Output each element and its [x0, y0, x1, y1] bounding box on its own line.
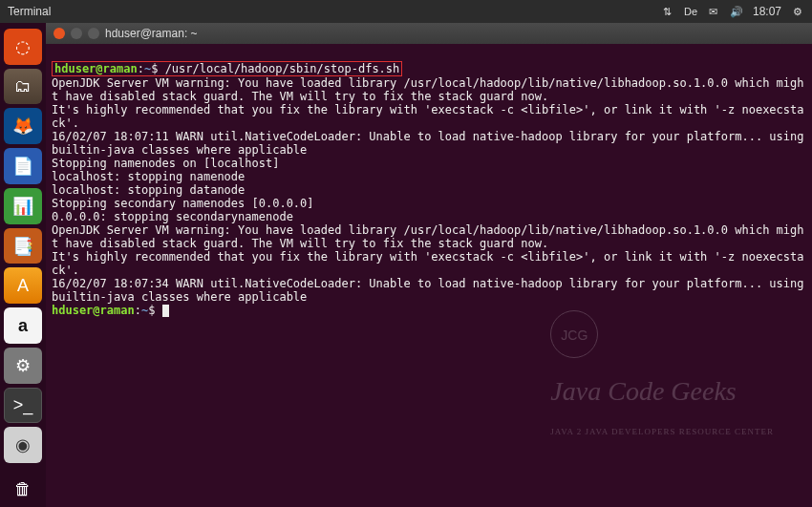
sound-icon[interactable]: 🔊	[730, 5, 743, 18]
output-line: localhost: stopping datanode	[52, 183, 245, 197]
keyboard-layout-indicator[interactable]: De	[684, 5, 697, 18]
output-line: localhost: stopping namenode	[52, 170, 245, 183]
command-highlight: hduser@raman:~$ /usr/local/hadoop/sbin/s…	[52, 61, 402, 76]
prompt-separator: :	[138, 62, 144, 75]
messaging-icon[interactable]: ✉	[707, 5, 720, 18]
watermark-badge: JCG	[550, 310, 598, 358]
prompt-separator: :	[135, 304, 141, 317]
prompt-user-host: hduser@raman	[52, 304, 135, 317]
disk-icon[interactable]: ◉	[4, 427, 42, 463]
output-line: Stopping namenodes on [localhost]	[52, 157, 279, 170]
watermark-tagline: JAVA 2 JAVA DEVELOPERS RESOURCE CENTER	[550, 425, 774, 438]
unity-launcher: ◌ 🗂 🦊 📄 📊 📑 A a ⚙ >_ ◉ 🗑	[0, 23, 46, 507]
settings-icon[interactable]: ⚙	[4, 348, 42, 384]
output-line: Stopping secondary namenodes [0.0.0.0]	[52, 197, 314, 210]
typed-command: /usr/local/hadoop/sbin/stop-dfs.sh	[165, 62, 400, 75]
top-panel: Terminal ⇅ De ✉ 🔊 18:07 ⚙	[0, 0, 812, 23]
window-title: hduser@raman: ~	[105, 27, 198, 40]
session-icon[interactable]: ⚙	[791, 5, 804, 18]
cursor	[162, 305, 169, 317]
watermark-brand: Java Code Geeks	[550, 385, 774, 398]
calc-icon[interactable]: 📊	[4, 188, 42, 224]
terminal-body[interactable]: hduser@raman:~$ /usr/local/hadoop/sbin/s…	[46, 44, 812, 507]
output-line: 16/02/07 18:07:11 WARN util.NativeCodeLo…	[52, 130, 811, 157]
output-line: It's highly recommended that you fix the…	[52, 250, 803, 277]
window-titlebar[interactable]: hduser@raman: ~	[46, 23, 812, 44]
network-icon[interactable]: ⇅	[661, 5, 674, 18]
output-line: OpenJDK Server VM warning: You have load…	[52, 76, 803, 103]
output-line: 0.0.0.0: stopping secondarynamenode	[52, 210, 293, 223]
maximize-icon[interactable]	[88, 28, 99, 39]
impress-icon[interactable]: 📑	[4, 228, 42, 264]
clock[interactable]: 18:07	[753, 5, 781, 18]
amazon-icon[interactable]: a	[4, 307, 42, 344]
prompt-dollar: $	[151, 62, 158, 75]
terminal-icon[interactable]: >_	[4, 388, 42, 424]
dash-icon[interactable]: ◌	[4, 29, 42, 65]
files-icon[interactable]: 🗂	[4, 69, 42, 105]
trash-icon[interactable]: 🗑	[4, 471, 42, 507]
output-line: It's highly recommended that you fix the…	[52, 103, 803, 130]
close-icon[interactable]	[53, 28, 65, 39]
active-app-label: Terminal	[8, 5, 51, 18]
writer-icon[interactable]: 📄	[4, 148, 42, 184]
software-center-icon[interactable]: A	[4, 267, 42, 304]
watermark: JCG Java Code Geeks JAVA 2 JAVA DEVELOPE…	[533, 297, 774, 478]
output-line: OpenJDK Server VM warning: You have load…	[52, 223, 803, 250]
output-line: 16/02/07 18:07:34 WARN util.NativeCodeLo…	[52, 277, 811, 304]
minimize-icon[interactable]	[71, 28, 82, 39]
terminal-window: hduser@raman: ~ hduser@raman:~$ /usr/loc…	[46, 23, 812, 507]
prompt-user-host: hduser@raman	[54, 62, 138, 75]
firefox-icon[interactable]: 🦊	[4, 108, 42, 144]
prompt-dollar: $	[148, 304, 155, 317]
